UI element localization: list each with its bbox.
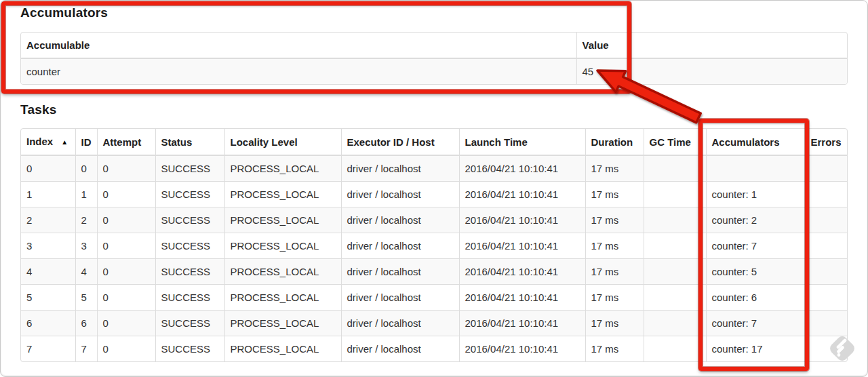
column-header-id[interactable]: ID xyxy=(75,129,97,155)
task-id-cell: 5 xyxy=(75,285,97,311)
task-gc-time-cell xyxy=(644,336,706,362)
task-executor-id-host-cell: driver / localhost xyxy=(341,311,459,336)
column-header-gc-time[interactable]: GC Time xyxy=(644,129,706,155)
task-index-cell: 0 xyxy=(21,155,75,182)
accumulators-header-row: Accumulable Value xyxy=(21,33,847,58)
task-gc-time-cell xyxy=(644,259,706,285)
task-status-cell: SUCCESS xyxy=(155,336,224,362)
task-launch-time-cell: 2016/04/21 10:10:41 xyxy=(459,182,585,207)
task-locality-level-cell: PROCESS_LOCAL xyxy=(224,155,341,182)
task-gc-time-cell xyxy=(644,182,706,207)
task-accumulators-cell: counter: 5 xyxy=(706,259,805,285)
task-status-cell: SUCCESS xyxy=(155,311,224,336)
task-index-cell: 6 xyxy=(21,311,75,336)
column-header-launch-time[interactable]: Launch Time xyxy=(459,129,585,155)
task-row: 4 4 0 SUCCESS PROCESS_LOCAL driver / loc… xyxy=(21,259,847,285)
column-header-index[interactable]: Index▲ xyxy=(21,129,75,155)
task-status-cell: SUCCESS xyxy=(155,155,224,182)
task-executor-id-host-cell: driver / localhost xyxy=(341,285,459,311)
task-attempt-cell: 0 xyxy=(97,155,155,182)
task-accumulators-cell: counter: 6 xyxy=(706,285,805,311)
task-locality-level-cell: PROCESS_LOCAL xyxy=(224,233,341,259)
task-accumulators-cell: counter: 17 xyxy=(706,336,805,362)
column-header-accumulable[interactable]: Accumulable xyxy=(21,33,576,58)
task-duration-cell: 17 ms xyxy=(585,182,644,207)
task-executor-id-host-cell: driver / localhost xyxy=(341,259,459,285)
accumulators-table: Accumulable Value counter 45 xyxy=(20,32,848,85)
task-accumulators-cell xyxy=(706,155,805,182)
column-header-locality-level[interactable]: Locality Level xyxy=(224,129,341,155)
task-executor-id-host-cell: driver / localhost xyxy=(341,336,459,362)
task-duration-cell: 17 ms xyxy=(585,207,644,233)
task-gc-time-cell xyxy=(644,155,706,182)
task-launch-time-cell: 2016/04/21 10:10:41 xyxy=(459,233,585,259)
task-launch-time-cell: 2016/04/21 10:10:41 xyxy=(459,336,585,362)
column-header-attempt[interactable]: Attempt xyxy=(97,129,155,155)
task-id-cell: 6 xyxy=(75,311,97,336)
task-status-cell: SUCCESS xyxy=(155,207,224,233)
column-header-executor-id-host[interactable]: Executor ID / Host xyxy=(341,129,459,155)
task-duration-cell: 17 ms xyxy=(585,155,644,182)
task-id-cell: 2 xyxy=(75,207,97,233)
task-gc-time-cell xyxy=(644,233,706,259)
task-duration-cell: 17 ms xyxy=(585,311,644,336)
task-locality-level-cell: PROCESS_LOCAL xyxy=(224,259,341,285)
tasks-header-row: Index▲ ID Attempt Status Locality Level … xyxy=(21,129,847,155)
column-header-duration[interactable]: Duration xyxy=(585,129,644,155)
task-status-cell: SUCCESS xyxy=(155,233,224,259)
task-accumulators-cell: counter: 7 xyxy=(706,233,805,259)
task-id-cell: 3 xyxy=(75,233,97,259)
task-index-cell: 3 xyxy=(21,233,75,259)
task-index-cell: 5 xyxy=(21,285,75,311)
column-header-accumulators[interactable]: Accumulators xyxy=(706,129,805,155)
task-accumulators-cell: counter: 7 xyxy=(706,311,805,336)
column-header-errors[interactable]: Errors xyxy=(805,129,847,155)
task-index-cell: 7 xyxy=(21,336,75,362)
task-attempt-cell: 0 xyxy=(97,336,155,362)
task-row: 7 7 0 SUCCESS PROCESS_LOCAL driver / loc… xyxy=(21,336,847,362)
accumulable-value-cell: 45 xyxy=(576,58,847,84)
column-header-status[interactable]: Status xyxy=(155,129,224,155)
task-status-cell: SUCCESS xyxy=(155,259,224,285)
sort-ascending-icon: ▲ xyxy=(61,138,68,146)
task-row: 0 0 0 SUCCESS PROCESS_LOCAL driver / loc… xyxy=(21,155,847,182)
task-index-cell: 4 xyxy=(21,259,75,285)
task-accumulators-cell: counter: 2 xyxy=(706,207,805,233)
column-header-value[interactable]: Value xyxy=(576,33,847,58)
task-locality-level-cell: PROCESS_LOCAL xyxy=(224,182,341,207)
task-attempt-cell: 0 xyxy=(97,233,155,259)
task-attempt-cell: 0 xyxy=(97,259,155,285)
task-row: 3 3 0 SUCCESS PROCESS_LOCAL driver / loc… xyxy=(21,233,847,259)
task-attempt-cell: 0 xyxy=(97,285,155,311)
task-executor-id-host-cell: driver / localhost xyxy=(341,182,459,207)
task-duration-cell: 17 ms xyxy=(585,285,644,311)
task-executor-id-host-cell: driver / localhost xyxy=(341,233,459,259)
task-duration-cell: 17 ms xyxy=(585,259,644,285)
task-accumulators-cell: counter: 1 xyxy=(706,182,805,207)
accumulators-section-heading: Accumulators xyxy=(20,5,108,20)
task-executor-id-host-cell: driver / localhost xyxy=(341,207,459,233)
task-launch-time-cell: 2016/04/21 10:10:41 xyxy=(459,207,585,233)
task-locality-level-cell: PROCESS_LOCAL xyxy=(224,311,341,336)
task-index-cell: 2 xyxy=(21,207,75,233)
accumulable-name-cell: counter xyxy=(21,58,576,84)
task-status-cell: SUCCESS xyxy=(155,285,224,311)
task-id-cell: 0 xyxy=(75,155,97,182)
watermark-icon xyxy=(825,331,860,366)
task-row: 1 1 0 SUCCESS PROCESS_LOCAL driver / loc… xyxy=(21,182,847,207)
task-index-cell: 1 xyxy=(21,182,75,207)
task-gc-time-cell xyxy=(644,311,706,336)
task-executor-id-host-cell: driver / localhost xyxy=(341,155,459,182)
task-row: 6 6 0 SUCCESS PROCESS_LOCAL driver / loc… xyxy=(21,311,847,336)
task-row: 2 2 0 SUCCESS PROCESS_LOCAL driver / loc… xyxy=(21,207,847,233)
column-header-index-label: Index xyxy=(26,136,53,147)
task-errors-cell xyxy=(805,182,847,207)
task-errors-cell xyxy=(805,155,847,182)
task-attempt-cell: 0 xyxy=(97,311,155,336)
task-id-cell: 4 xyxy=(75,259,97,285)
task-status-cell: SUCCESS xyxy=(155,182,224,207)
task-launch-time-cell: 2016/04/21 10:10:41 xyxy=(459,285,585,311)
task-launch-time-cell: 2016/04/21 10:10:41 xyxy=(459,259,585,285)
accumulator-row: counter 45 xyxy=(21,58,847,84)
task-errors-cell xyxy=(805,233,847,259)
